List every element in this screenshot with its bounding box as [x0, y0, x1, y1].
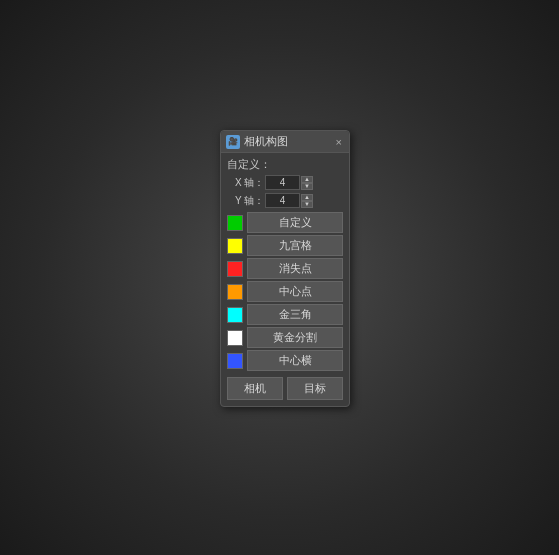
menu-item-center[interactable]: 中心点 [227, 281, 343, 302]
title-bar: 🎥 相机构图 × [221, 131, 349, 153]
item-button-center[interactable]: 中心点 [247, 281, 343, 302]
menu-items-list: 自定义九宫格消失点中心点金三角黄金分割中心横 [227, 212, 343, 371]
x-axis-row: X 轴： ▲ ▼ [227, 175, 343, 190]
item-button-golden-ratio[interactable]: 黄金分割 [247, 327, 343, 348]
menu-item-custom[interactable]: 自定义 [227, 212, 343, 233]
item-button-center-cross[interactable]: 中心横 [247, 350, 343, 371]
footer-btn-camera[interactable]: 相机 [227, 377, 283, 400]
menu-item-golden-triangle[interactable]: 金三角 [227, 304, 343, 325]
custom-section-label: 自定义： [227, 157, 343, 172]
color-swatch-nine-grid [227, 238, 243, 254]
panel-title: 相机构图 [244, 134, 288, 149]
y-axis-spinners: ▲ ▼ [301, 194, 313, 208]
y-axis-label: Y 轴： [235, 194, 265, 208]
menu-item-golden-ratio[interactable]: 黄金分割 [227, 327, 343, 348]
camera-composition-panel: 🎥 相机构图 × 自定义： X 轴： ▲ ▼ Y 轴： ▲ ▼ 自定义九宫格消失… [220, 130, 350, 407]
y-spinner-up[interactable]: ▲ [301, 194, 313, 201]
footer-buttons: 相机目标 [227, 377, 343, 400]
color-swatch-golden-triangle [227, 307, 243, 323]
close-button[interactable]: × [334, 136, 344, 148]
item-button-nine-grid[interactable]: 九宫格 [247, 235, 343, 256]
color-swatch-custom [227, 215, 243, 231]
panel-icon: 🎥 [226, 135, 240, 149]
color-swatch-golden-ratio [227, 330, 243, 346]
y-axis-input[interactable] [265, 193, 300, 208]
x-spinner-down[interactable]: ▼ [301, 183, 313, 190]
menu-item-vanish[interactable]: 消失点 [227, 258, 343, 279]
x-axis-input[interactable] [265, 175, 300, 190]
panel-body: 自定义： X 轴： ▲ ▼ Y 轴： ▲ ▼ 自定义九宫格消失点中心点金三角黄金… [221, 153, 349, 406]
color-swatch-vanish [227, 261, 243, 277]
item-button-golden-triangle[interactable]: 金三角 [247, 304, 343, 325]
menu-item-center-cross[interactable]: 中心横 [227, 350, 343, 371]
color-swatch-center [227, 284, 243, 300]
x-spinner-up[interactable]: ▲ [301, 176, 313, 183]
y-spinner-down[interactable]: ▼ [301, 201, 313, 208]
menu-item-nine-grid[interactable]: 九宫格 [227, 235, 343, 256]
footer-btn-target[interactable]: 目标 [287, 377, 343, 400]
title-bar-left: 🎥 相机构图 [226, 134, 288, 149]
x-axis-label: X 轴： [235, 176, 265, 190]
y-axis-row: Y 轴： ▲ ▼ [227, 193, 343, 208]
x-axis-spinners: ▲ ▼ [301, 176, 313, 190]
item-button-vanish[interactable]: 消失点 [247, 258, 343, 279]
color-swatch-center-cross [227, 353, 243, 369]
item-button-custom[interactable]: 自定义 [247, 212, 343, 233]
